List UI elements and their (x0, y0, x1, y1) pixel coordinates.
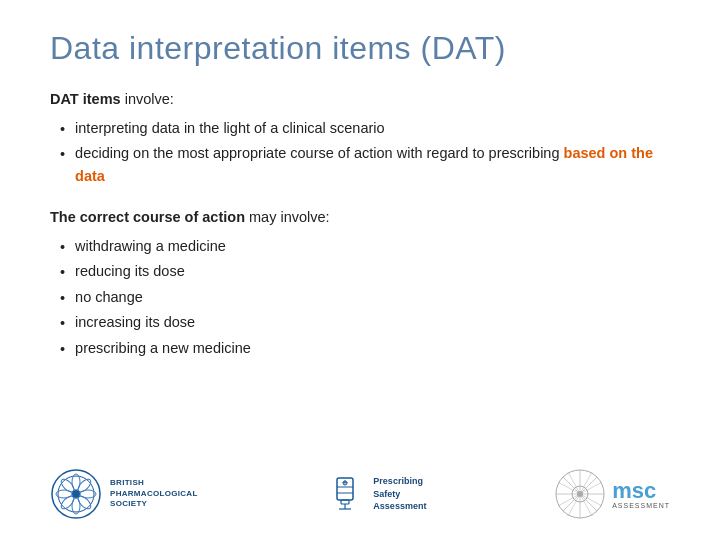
intro-heading-suffix: involve: (125, 91, 174, 107)
bullet-text-2-prefix: deciding on the most appropriate course … (75, 145, 563, 161)
list-item: interpreting data in the light of a clin… (60, 117, 670, 140)
footer: BRITISHPHARMACOLOGICALSOCIETY Prescribin… (50, 458, 670, 520)
svg-point-10 (72, 490, 80, 498)
psa-logo: PrescribingSafetyAssessment (325, 474, 426, 514)
list-item: prescribing a new medicine (60, 337, 670, 360)
msc-logo-icon (554, 468, 606, 520)
slide-container: Data interpretation items (DAT) DAT item… (0, 0, 720, 540)
action-5: prescribing a new medicine (75, 337, 251, 359)
list-item: withdrawing a medicine (60, 235, 670, 258)
svg-point-30 (577, 491, 583, 497)
intro-heading: DAT items involve: (50, 89, 670, 111)
list-item: increasing its dose (60, 311, 670, 334)
list-item: reducing its dose (60, 260, 670, 283)
msc-text-group: msc ASSESSMENT (612, 480, 670, 509)
dat-items-bold: DAT items (50, 91, 121, 107)
action-3: no change (75, 286, 143, 308)
msc-logo: msc ASSESSMENT (554, 468, 670, 520)
bullet-text-2: deciding on the most appropriate course … (75, 142, 670, 187)
psa-text: PrescribingSafetyAssessment (373, 475, 426, 513)
slide-title: Data interpretation items (DAT) (50, 30, 670, 67)
bps-text: BRITISHPHARMACOLOGICALSOCIETY (110, 478, 198, 509)
msc-sub-text: ASSESSMENT (612, 502, 670, 509)
action-1: withdrawing a medicine (75, 235, 226, 257)
bps-logo-icon (50, 468, 102, 520)
bps-logo: BRITISHPHARMACOLOGICALSOCIETY (50, 468, 198, 520)
correct-action-list: withdrawing a medicine reducing its dose… (50, 235, 670, 360)
intro-section: DAT items involve: interpreting data in … (50, 89, 670, 189)
bullet-text-1: interpreting data in the light of a clin… (75, 117, 385, 139)
action-4: increasing its dose (75, 311, 195, 333)
list-item: no change (60, 286, 670, 309)
list-item: deciding on the most appropriate course … (60, 142, 670, 187)
correct-action-heading: The correct course of action may involve… (50, 207, 670, 229)
correct-action-suffix: may involve: (245, 209, 330, 225)
intro-bullet-list: interpreting data in the light of a clin… (50, 117, 670, 187)
msc-brand-text: msc (612, 480, 670, 502)
correct-action-section: The correct course of action may involve… (50, 207, 670, 362)
psa-logo-icon (325, 474, 365, 514)
action-2: reducing its dose (75, 260, 185, 282)
correct-action-bold: The correct course of action (50, 209, 245, 225)
